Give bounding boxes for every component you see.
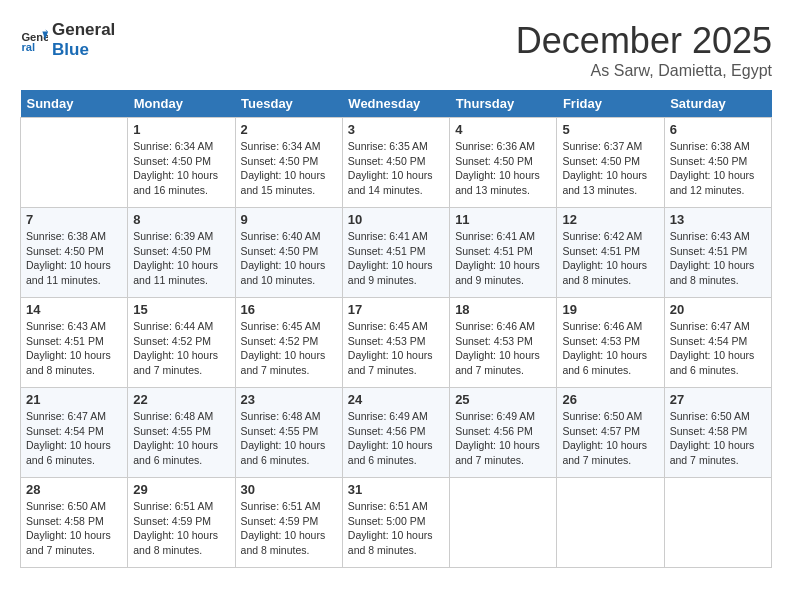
weekday-header-tuesday: Tuesday: [235, 90, 342, 118]
calendar-cell: 24Sunrise: 6:49 AMSunset: 4:56 PMDayligh…: [342, 388, 449, 478]
calendar-cell: 22Sunrise: 6:48 AMSunset: 4:55 PMDayligh…: [128, 388, 235, 478]
calendar-cell: 30Sunrise: 6:51 AMSunset: 4:59 PMDayligh…: [235, 478, 342, 568]
day-info: Sunrise: 6:47 AMSunset: 4:54 PMDaylight:…: [670, 319, 766, 378]
logo: Gene ral General Blue: [20, 20, 115, 59]
day-info: Sunrise: 6:39 AMSunset: 4:50 PMDaylight:…: [133, 229, 229, 288]
day-number: 12: [562, 212, 658, 227]
calendar-cell: 5Sunrise: 6:37 AMSunset: 4:50 PMDaylight…: [557, 118, 664, 208]
day-number: 15: [133, 302, 229, 317]
day-info: Sunrise: 6:45 AMSunset: 4:53 PMDaylight:…: [348, 319, 444, 378]
day-number: 29: [133, 482, 229, 497]
day-info: Sunrise: 6:34 AMSunset: 4:50 PMDaylight:…: [241, 139, 337, 198]
weekday-header-thursday: Thursday: [450, 90, 557, 118]
day-number: 26: [562, 392, 658, 407]
day-info: Sunrise: 6:43 AMSunset: 4:51 PMDaylight:…: [670, 229, 766, 288]
calendar-cell: 4Sunrise: 6:36 AMSunset: 4:50 PMDaylight…: [450, 118, 557, 208]
calendar-cell: 8Sunrise: 6:39 AMSunset: 4:50 PMDaylight…: [128, 208, 235, 298]
weekday-header-monday: Monday: [128, 90, 235, 118]
day-number: 30: [241, 482, 337, 497]
day-info: Sunrise: 6:35 AMSunset: 4:50 PMDaylight:…: [348, 139, 444, 198]
day-number: 2: [241, 122, 337, 137]
day-info: Sunrise: 6:48 AMSunset: 4:55 PMDaylight:…: [133, 409, 229, 468]
day-number: 7: [26, 212, 122, 227]
calendar-cell: 2Sunrise: 6:34 AMSunset: 4:50 PMDaylight…: [235, 118, 342, 208]
day-info: Sunrise: 6:51 AMSunset: 4:59 PMDaylight:…: [241, 499, 337, 558]
day-info: Sunrise: 6:42 AMSunset: 4:51 PMDaylight:…: [562, 229, 658, 288]
calendar-cell: 26Sunrise: 6:50 AMSunset: 4:57 PMDayligh…: [557, 388, 664, 478]
day-number: 18: [455, 302, 551, 317]
day-info: Sunrise: 6:45 AMSunset: 4:52 PMDaylight:…: [241, 319, 337, 378]
day-info: Sunrise: 6:34 AMSunset: 4:50 PMDaylight:…: [133, 139, 229, 198]
day-info: Sunrise: 6:46 AMSunset: 4:53 PMDaylight:…: [562, 319, 658, 378]
calendar-cell: 1Sunrise: 6:34 AMSunset: 4:50 PMDaylight…: [128, 118, 235, 208]
day-number: 3: [348, 122, 444, 137]
day-info: Sunrise: 6:50 AMSunset: 4:57 PMDaylight:…: [562, 409, 658, 468]
calendar-cell: 15Sunrise: 6:44 AMSunset: 4:52 PMDayligh…: [128, 298, 235, 388]
calendar-cell: 12Sunrise: 6:42 AMSunset: 4:51 PMDayligh…: [557, 208, 664, 298]
logo-text-line1: General: [52, 20, 115, 40]
week-row-4: 21Sunrise: 6:47 AMSunset: 4:54 PMDayligh…: [21, 388, 772, 478]
weekday-header-sunday: Sunday: [21, 90, 128, 118]
day-number: 25: [455, 392, 551, 407]
weekday-header-friday: Friday: [557, 90, 664, 118]
day-info: Sunrise: 6:38 AMSunset: 4:50 PMDaylight:…: [26, 229, 122, 288]
calendar-table: SundayMondayTuesdayWednesdayThursdayFrid…: [20, 90, 772, 568]
week-row-3: 14Sunrise: 6:43 AMSunset: 4:51 PMDayligh…: [21, 298, 772, 388]
week-row-5: 28Sunrise: 6:50 AMSunset: 4:58 PMDayligh…: [21, 478, 772, 568]
day-info: Sunrise: 6:50 AMSunset: 4:58 PMDaylight:…: [26, 499, 122, 558]
calendar-cell: 28Sunrise: 6:50 AMSunset: 4:58 PMDayligh…: [21, 478, 128, 568]
calendar-cell: 3Sunrise: 6:35 AMSunset: 4:50 PMDaylight…: [342, 118, 449, 208]
day-number: 21: [26, 392, 122, 407]
day-number: 10: [348, 212, 444, 227]
day-info: Sunrise: 6:37 AMSunset: 4:50 PMDaylight:…: [562, 139, 658, 198]
day-info: Sunrise: 6:41 AMSunset: 4:51 PMDaylight:…: [348, 229, 444, 288]
day-number: 8: [133, 212, 229, 227]
day-number: 11: [455, 212, 551, 227]
day-number: 16: [241, 302, 337, 317]
day-info: Sunrise: 6:49 AMSunset: 4:56 PMDaylight:…: [348, 409, 444, 468]
weekday-header-wednesday: Wednesday: [342, 90, 449, 118]
day-number: 5: [562, 122, 658, 137]
weekday-header-row: SundayMondayTuesdayWednesdayThursdayFrid…: [21, 90, 772, 118]
logo-icon: Gene ral: [20, 26, 48, 54]
calendar-cell: 23Sunrise: 6:48 AMSunset: 4:55 PMDayligh…: [235, 388, 342, 478]
day-info: Sunrise: 6:43 AMSunset: 4:51 PMDaylight:…: [26, 319, 122, 378]
calendar-cell: 19Sunrise: 6:46 AMSunset: 4:53 PMDayligh…: [557, 298, 664, 388]
calendar-cell: [557, 478, 664, 568]
calendar-cell: 29Sunrise: 6:51 AMSunset: 4:59 PMDayligh…: [128, 478, 235, 568]
calendar-cell: 20Sunrise: 6:47 AMSunset: 4:54 PMDayligh…: [664, 298, 771, 388]
calendar-cell: 10Sunrise: 6:41 AMSunset: 4:51 PMDayligh…: [342, 208, 449, 298]
calendar-cell: [21, 118, 128, 208]
calendar-cell: 11Sunrise: 6:41 AMSunset: 4:51 PMDayligh…: [450, 208, 557, 298]
month-title: December 2025: [516, 20, 772, 62]
day-number: 23: [241, 392, 337, 407]
day-number: 17: [348, 302, 444, 317]
day-info: Sunrise: 6:50 AMSunset: 4:58 PMDaylight:…: [670, 409, 766, 468]
day-number: 4: [455, 122, 551, 137]
day-number: 19: [562, 302, 658, 317]
day-number: 1: [133, 122, 229, 137]
day-info: Sunrise: 6:41 AMSunset: 4:51 PMDaylight:…: [455, 229, 551, 288]
day-number: 27: [670, 392, 766, 407]
logo-text-line2: Blue: [52, 40, 115, 60]
day-info: Sunrise: 6:47 AMSunset: 4:54 PMDaylight:…: [26, 409, 122, 468]
day-number: 6: [670, 122, 766, 137]
day-info: Sunrise: 6:49 AMSunset: 4:56 PMDaylight:…: [455, 409, 551, 468]
calendar-cell: 27Sunrise: 6:50 AMSunset: 4:58 PMDayligh…: [664, 388, 771, 478]
day-info: Sunrise: 6:51 AMSunset: 5:00 PMDaylight:…: [348, 499, 444, 558]
day-info: Sunrise: 6:48 AMSunset: 4:55 PMDaylight:…: [241, 409, 337, 468]
day-info: Sunrise: 6:46 AMSunset: 4:53 PMDaylight:…: [455, 319, 551, 378]
calendar-cell: [450, 478, 557, 568]
day-info: Sunrise: 6:36 AMSunset: 4:50 PMDaylight:…: [455, 139, 551, 198]
calendar-cell: 18Sunrise: 6:46 AMSunset: 4:53 PMDayligh…: [450, 298, 557, 388]
day-number: 22: [133, 392, 229, 407]
calendar-cell: 16Sunrise: 6:45 AMSunset: 4:52 PMDayligh…: [235, 298, 342, 388]
calendar-cell: 9Sunrise: 6:40 AMSunset: 4:50 PMDaylight…: [235, 208, 342, 298]
calendar-cell: 31Sunrise: 6:51 AMSunset: 5:00 PMDayligh…: [342, 478, 449, 568]
calendar-cell: 6Sunrise: 6:38 AMSunset: 4:50 PMDaylight…: [664, 118, 771, 208]
day-number: 14: [26, 302, 122, 317]
calendar-cell: [664, 478, 771, 568]
weekday-header-saturday: Saturday: [664, 90, 771, 118]
day-number: 9: [241, 212, 337, 227]
calendar-cell: 13Sunrise: 6:43 AMSunset: 4:51 PMDayligh…: [664, 208, 771, 298]
